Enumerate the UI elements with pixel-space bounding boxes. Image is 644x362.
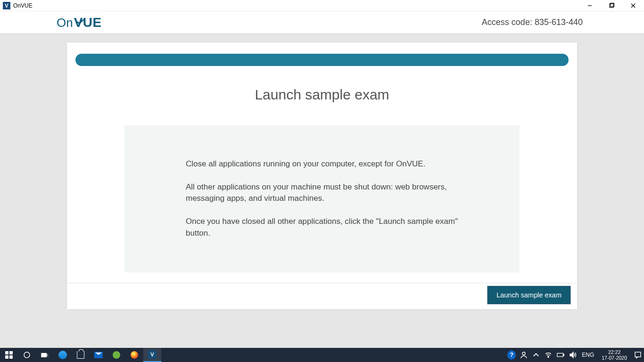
- taskbar-left: V: [0, 348, 161, 362]
- svg-rect-18: [635, 352, 641, 357]
- instruction-line-1: Close all applications running on your c…: [186, 158, 458, 170]
- volume-icon[interactable]: [569, 351, 577, 359]
- instruction-line-3: Once you have closed all other applicati…: [186, 216, 458, 239]
- svg-rect-15: [557, 353, 563, 356]
- action-center-icon[interactable]: [634, 351, 642, 359]
- tray-chevron-up-icon[interactable]: [532, 351, 540, 359]
- logo-check-icon: [77, 12, 84, 17]
- clock-time: 22:22: [608, 349, 620, 355]
- app-header: On VUE Access code: 835-613-440: [0, 11, 644, 34]
- svg-point-9: [24, 352, 30, 358]
- spring-icon[interactable]: [107, 348, 125, 362]
- instruction-panel: Close all applications running on your c…: [124, 125, 520, 272]
- firefox-icon[interactable]: [125, 348, 143, 362]
- onvue-logo: On VUE: [57, 15, 102, 30]
- start-button[interactable]: [0, 348, 18, 362]
- app-icon: V: [3, 2, 10, 9]
- wifi-icon[interactable]: [544, 351, 553, 359]
- access-code-label: Access code:: [482, 17, 535, 27]
- svg-point-13: [522, 352, 525, 355]
- svg-rect-8: [9, 355, 13, 359]
- access-code: Access code: 835-613-440: [482, 17, 583, 27]
- progress-bar: [75, 54, 569, 66]
- people-icon[interactable]: [520, 351, 528, 359]
- svg-rect-7: [5, 355, 8, 359]
- svg-point-14: [548, 356, 549, 357]
- svg-rect-10: [41, 353, 47, 357]
- taskbar: V ? ENG 22:22 17-07-2020: [0, 348, 644, 362]
- logo-on: On: [57, 16, 73, 30]
- task-view-icon[interactable]: [36, 348, 54, 362]
- clock-date: 17-07-2020: [602, 355, 627, 361]
- content-card: Launch sample exam Close all application…: [67, 42, 577, 309]
- help-icon[interactable]: ?: [507, 350, 516, 360]
- store-icon[interactable]: [72, 348, 90, 362]
- taskbar-tray: ? ENG 22:22 17-07-2020: [507, 348, 644, 362]
- window-titlebar: V OnVUE: [0, 0, 644, 11]
- access-code-value: 835-613-440: [535, 17, 583, 27]
- window-controls: [579, 0, 644, 11]
- cortana-search-icon[interactable]: [18, 348, 36, 362]
- svg-rect-6: [9, 351, 13, 354]
- clock[interactable]: 22:22 17-07-2020: [599, 349, 630, 361]
- svg-rect-1: [610, 4, 613, 8]
- instruction-line-2: All other applications on your machine m…: [186, 181, 458, 205]
- battery-icon[interactable]: [556, 351, 565, 359]
- onvue-task-icon[interactable]: V: [143, 348, 161, 362]
- edge-browser-icon[interactable]: [54, 348, 72, 362]
- window-title: OnVUE: [13, 2, 33, 9]
- minimize-button[interactable]: [579, 0, 601, 11]
- footer-divider: [67, 283, 577, 283]
- page-title: Launch sample exam: [67, 87, 577, 103]
- launch-sample-exam-button[interactable]: Launch sample exam: [487, 286, 570, 304]
- svg-rect-5: [5, 351, 8, 354]
- main-area: Launch sample exam Close all application…: [0, 34, 644, 348]
- language-indicator[interactable]: ENG: [581, 352, 595, 358]
- mail-icon[interactable]: [90, 348, 107, 362]
- logo-vue: VUE: [74, 15, 102, 30]
- svg-marker-17: [570, 352, 573, 358]
- svg-rect-16: [563, 354, 564, 356]
- maximize-button[interactable]: [601, 0, 622, 11]
- close-button[interactable]: [622, 0, 644, 11]
